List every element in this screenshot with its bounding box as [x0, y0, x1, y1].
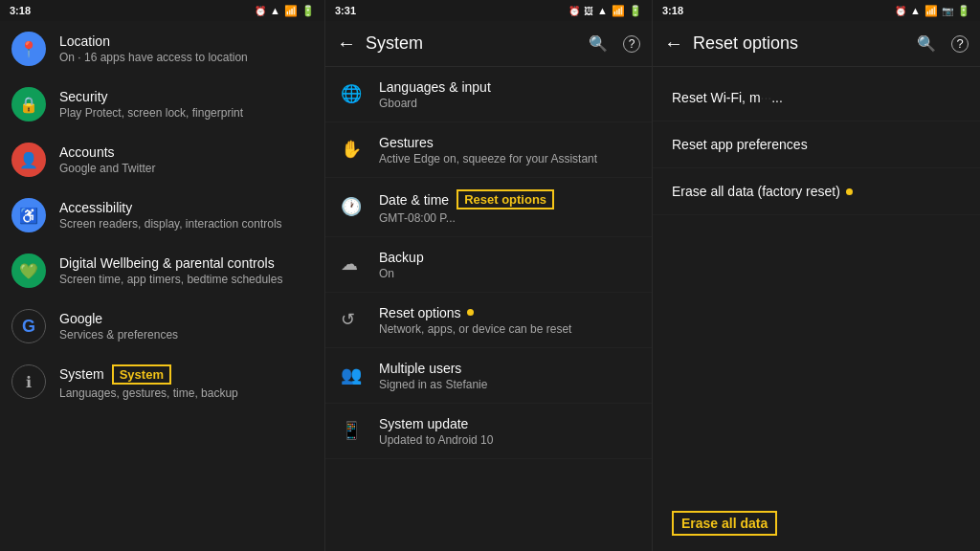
reset-items-list: Reset Wi-Fi, m···... Reset app preferenc…: [653, 67, 980, 501]
status-bar-3: 3:18 ⏰ ▲ 📶 📷 🔋: [653, 0, 980, 21]
settings-item-wellbeing[interactable]: 💚 Digital Wellbeing & parental controls …: [0, 243, 324, 298]
alarm-icon-1: ⏰: [255, 6, 266, 16]
backup-title: Backup: [379, 250, 424, 265]
time-3: 3:18: [662, 5, 683, 16]
erase-all-data-callout: Erase all data: [672, 511, 777, 536]
reset-app-prefs-title: Reset app preferences: [672, 137, 961, 152]
users-text: Multiple users Signed in as Stefanie: [379, 361, 487, 391]
back-arrow-reset[interactable]: ←: [664, 33, 683, 55]
reset-item-erase[interactable]: Erase all data (factory reset): [653, 168, 980, 215]
reset-panel-title: Reset options: [693, 33, 917, 54]
update-text: System update Updated to Android 10: [379, 416, 493, 447]
reset-subtitle: Network, apps, or device can be reset: [379, 322, 571, 336]
reset-options-callout: Reset options: [457, 189, 554, 209]
signal-icon-2: 📶: [612, 5, 625, 17]
system-text: System System Languages, gestures, time,…: [59, 364, 238, 400]
security-title: Security: [59, 89, 243, 104]
reset-panel-header: ← Reset options 🔍 ?: [653, 21, 980, 67]
google-subtitle: Services & preferences: [59, 328, 178, 342]
update-title: System update: [379, 416, 493, 431]
panel-settings: 3:18 ⏰ ▲ 📶 🔋 📍 Location On · 16 apps hav…: [0, 0, 325, 551]
system-icon-circle: ℹ: [11, 364, 46, 399]
panel-reset: 3:18 ⏰ ▲ 📶 📷 🔋 ← Reset options 🔍 ?: [653, 0, 980, 551]
reset-wifi-title: Reset Wi-Fi, m···...: [672, 90, 961, 105]
system-item-datetime[interactable]: 🕐 Date & time Reset options GMT-08:00 P.…: [325, 178, 652, 237]
settings-item-accessibility[interactable]: ♿ Accessibility Screen readers, display,…: [0, 187, 324, 243]
time-2: 3:31: [335, 5, 356, 16]
system-item-backup[interactable]: ☁ Backup On: [325, 237, 652, 293]
reset-title-row: Reset options: [379, 305, 571, 320]
accounts-icon-circle: 👤: [11, 143, 46, 177]
backup-subtitle: On: [379, 267, 424, 280]
location-subtitle: On · 16 apps have access to location: [59, 51, 248, 64]
alarm-icon-3: ⏰: [895, 6, 906, 16]
users-icon: 👥: [341, 364, 364, 387]
back-arrow-system[interactable]: ←: [337, 33, 356, 55]
wellbeing-title: Digital Wellbeing & parental controls: [59, 255, 313, 271]
signal-icon-3: 📶: [924, 5, 938, 17]
alarm-icon-2: ⏰: [568, 6, 580, 16]
update-subtitle: Updated to Android 10: [379, 433, 493, 447]
help-icon-reset[interactable]: ?: [951, 35, 969, 53]
backup-text: Backup On: [379, 250, 424, 280]
system-item-gestures[interactable]: ✋ Gestures Active Edge on, squeeze for y…: [325, 122, 652, 178]
system-callout: System: [112, 364, 171, 385]
accounts-title: Accounts: [59, 144, 156, 160]
reset-dot: [467, 309, 474, 316]
settings-item-accounts[interactable]: 👤 Accounts Google and Twitter: [0, 132, 324, 187]
languages-title: Languages & input: [379, 79, 491, 95]
gestures-subtitle: Active Edge on, squeeze for your Assista…: [379, 152, 597, 165]
system-item-reset[interactable]: ↺ Reset options Network, apps, or device…: [325, 293, 652, 348]
settings-item-google[interactable]: G Google Services & preferences: [0, 298, 324, 354]
security-text: Security Play Protect, screen lock, fing…: [59, 89, 243, 120]
users-subtitle: Signed in as Stefanie: [379, 378, 487, 391]
settings-list: 📍 Location On · 16 apps have access to l…: [0, 21, 324, 551]
wellbeing-text: Digital Wellbeing & parental controls Sc…: [59, 255, 313, 286]
datetime-icon: 🕐: [341, 196, 364, 219]
languages-text: Languages & input Gboard: [379, 79, 491, 110]
settings-item-location[interactable]: 📍 Location On · 16 apps have access to l…: [0, 21, 324, 77]
settings-item-system[interactable]: ℹ System System Languages, gestures, tim…: [0, 354, 324, 409]
update-icon: 📱: [341, 420, 364, 443]
battery-icon-2: 🔋: [629, 5, 642, 17]
system-label-p1: System: [59, 366, 104, 382]
backup-icon: ☁: [341, 253, 364, 276]
reset-text: Reset options Network, apps, or device c…: [379, 305, 571, 336]
accessibility-text: Accessibility Screen readers, display, i…: [59, 200, 282, 231]
reset-item-wifi[interactable]: Reset Wi-Fi, m···...: [653, 75, 980, 121]
accessibility-subtitle: Screen readers, display, interaction con…: [59, 217, 282, 231]
settings-item-security[interactable]: 🔒 Security Play Protect, screen lock, fi…: [0, 77, 324, 132]
languages-icon: 🌐: [341, 83, 364, 106]
system-item-languages[interactable]: 🌐 Languages & input Gboard: [325, 67, 652, 122]
google-title: Google: [59, 311, 178, 326]
location-title: Location: [59, 33, 248, 49]
system-panel-title: System: [366, 33, 589, 54]
erase-title-row: Erase all data (factory reset): [672, 184, 961, 199]
system-items-list: 🌐 Languages & input Gboard ✋ Gestures Ac…: [325, 67, 652, 551]
signal-icon-1: 📶: [284, 5, 298, 17]
system-panel-header: ← System 🔍 ?: [325, 21, 652, 67]
system-item-update[interactable]: 📱 System update Updated to Android 10: [325, 404, 652, 459]
wellbeing-subtitle: Screen time, app timers, bedtime schedul…: [59, 273, 313, 286]
accessibility-icon-circle: ♿: [11, 198, 46, 232]
location-icon-circle: 📍: [11, 32, 46, 66]
datetime-subtitle: GMT-08:00 P...: [379, 211, 636, 225]
search-icon-system[interactable]: 🔍: [589, 34, 608, 53]
system-item-users[interactable]: 👥 Multiple users Signed in as Stefanie: [325, 348, 652, 404]
erase-all-data-title: Erase all data (factory reset): [672, 184, 840, 199]
panel-system: 3:31 ⏰ 🖼 ▲ 📶 🔋 ← System 🔍 ?: [325, 0, 653, 551]
reset-item-app-prefs[interactable]: Reset app preferences: [653, 121, 980, 168]
photo-icon-2: 🖼: [584, 6, 593, 16]
wifi-icon-2: ▲: [597, 5, 608, 16]
help-icon-system[interactable]: ?: [623, 35, 640, 53]
accessibility-title: Accessibility: [59, 200, 282, 215]
wifi-icon-1: ▲: [270, 5, 280, 16]
gestures-title: Gestures: [379, 135, 597, 150]
search-icon-reset[interactable]: 🔍: [917, 34, 936, 53]
accounts-text: Accounts Google and Twitter: [59, 144, 156, 175]
google-icon-circle: G: [11, 309, 46, 343]
time-1: 3:18: [10, 5, 31, 16]
datetime-text: Date & time Reset options GMT-08:00 P...: [379, 189, 636, 225]
system-title-p1: System System: [59, 364, 171, 385]
erase-callout-container: Erase all data: [653, 501, 980, 551]
